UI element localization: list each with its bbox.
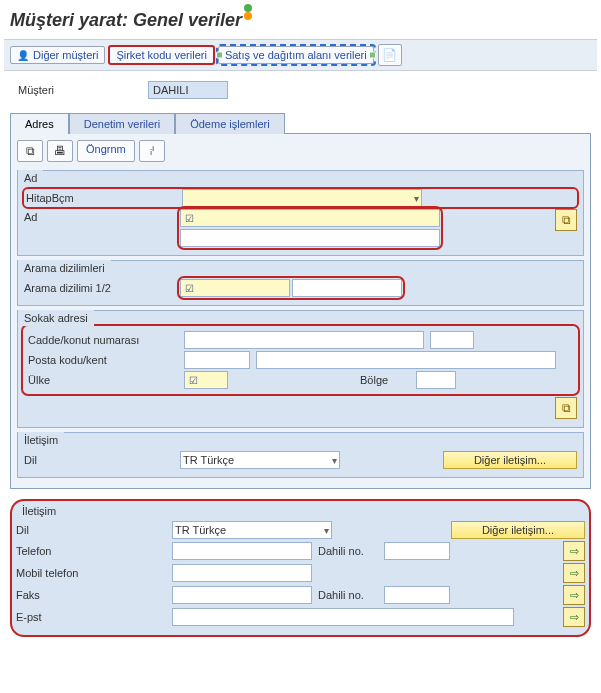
tab-control[interactable]: Denetim verileri — [69, 113, 175, 134]
page-title: Müşteri yarat: Genel veriler — [4, 4, 597, 39]
expand-icon: ⧉ — [26, 144, 35, 158]
more-rows-icon: ⧉ — [562, 401, 571, 415]
lang-row-1: Dil TR Türkçe ▾ Diğer iletişim... — [24, 451, 577, 469]
chevron-down-icon: ▾ — [328, 455, 337, 466]
mobile-row: Mobil telefon ⇨ — [16, 563, 585, 583]
salutation-select[interactable]: ▾ — [182, 189, 422, 207]
phone-input[interactable] — [172, 542, 312, 560]
sales-area-label: Satış ve dağıtım alanı verileri — [225, 49, 367, 61]
group-comm1-title: İletişim — [18, 432, 64, 448]
fax-label: Faks — [16, 589, 166, 601]
fax-arrow-button[interactable]: ⇨ — [563, 585, 585, 605]
mobile-label: Mobil telefon — [16, 567, 166, 579]
preview-button[interactable]: Öngrnm — [77, 140, 135, 162]
company-code-label: Şirket kodu verileri — [116, 49, 206, 61]
sub-toolbar: ⧉ 🖶 Öngrnm ᵢᴵ — [15, 138, 586, 166]
phone-ext-label: Dahili no. — [318, 545, 378, 557]
country-input[interactable]: ☑ — [184, 371, 228, 389]
group-street-title: Sokak adresi — [18, 310, 94, 326]
required-check-icon: ☑ — [185, 213, 194, 224]
search-term-2[interactable] — [292, 279, 402, 297]
company-code-button[interactable]: Şirket kodu verileri — [109, 46, 213, 64]
page-title-text: Müşteri yarat: Genel veriler — [10, 10, 242, 30]
customer-row: Müşteri — [4, 71, 597, 107]
name-row: Ad ☑ ⧉ — [24, 209, 577, 247]
person-icon: 👤 — [17, 50, 29, 61]
required-check-icon: ☑ — [185, 283, 194, 294]
other-customer-label: Diğer müşteri — [33, 49, 98, 61]
required-check-icon: ☑ — [189, 375, 198, 386]
search-term-1[interactable]: ☑ — [180, 279, 290, 297]
expand-icon-button[interactable]: ⧉ — [17, 140, 43, 162]
mobile-input[interactable] — [172, 564, 312, 582]
phone-ext-input[interactable] — [384, 542, 450, 560]
group-comm1: İletişim Dil TR Türkçe ▾ Diğer iletişim.… — [17, 432, 584, 478]
name-input-1[interactable]: ☑ — [180, 209, 440, 227]
print-icon-button[interactable]: 🖶 — [47, 140, 73, 162]
street-row: Cadde/konut numarası — [28, 331, 573, 349]
lang-value-1: TR Türkçe — [183, 454, 328, 466]
postal-label: Posta kodu/kent — [28, 354, 178, 366]
tab-address[interactable]: Adres — [10, 113, 69, 134]
mobile-arrow-button[interactable]: ⇨ — [563, 563, 585, 583]
print-icon: 🖶 — [54, 144, 66, 158]
arrow-right-icon: ⇨ — [570, 589, 579, 602]
lang-select-2[interactable]: TR Türkçe ▾ — [172, 521, 332, 539]
other-comm-button-2[interactable]: Diğer iletişim... — [451, 521, 585, 539]
group-comm2-title: İletişim — [16, 503, 585, 519]
fax-row: Faks Dahili no. ⇨ — [16, 585, 585, 605]
other-customer-button[interactable]: 👤 Diğer müşteri — [10, 46, 105, 64]
other-comm-button-1[interactable]: Diğer iletişim... — [443, 451, 577, 469]
internat-icon: ᵢᴵ — [150, 144, 154, 158]
arrow-right-icon: ⇨ — [570, 611, 579, 624]
lang-select-1[interactable]: TR Türkçe ▾ — [180, 451, 340, 469]
city-input[interactable] — [256, 351, 556, 369]
name-input-2[interactable] — [180, 229, 440, 247]
postal-input[interactable] — [184, 351, 250, 369]
group-name-title: Ad — [18, 170, 43, 186]
group-search: Arama dizilimleri Arama dizilimi 1/2 ☑ — [17, 260, 584, 306]
region-input[interactable] — [416, 371, 456, 389]
customer-input[interactable] — [148, 81, 228, 99]
street-input[interactable] — [184, 331, 424, 349]
group-name: Ad HitapBçm ▾ Ad ☑ — [17, 170, 584, 256]
salutation-row: HitapBçm ▾ — [24, 189, 577, 207]
fax-input[interactable] — [172, 586, 312, 604]
chevron-down-icon: ▾ — [410, 193, 419, 204]
main-toolbar: 👤 Diğer müşteri Şirket kodu verileri Sat… — [4, 39, 597, 71]
sales-area-button[interactable]: Satış ve dağıtım alanı verileri — [218, 46, 374, 64]
phone-arrow-button[interactable]: ⇨ — [563, 541, 585, 561]
lang-value-2: TR Türkçe — [175, 524, 320, 536]
house-no-input[interactable] — [430, 331, 474, 349]
title-anchor-icon — [244, 4, 252, 20]
region-label: Bölge — [360, 374, 410, 386]
country-label: Ülke — [28, 374, 178, 386]
search-label: Arama dizilimi 1/2 — [24, 282, 174, 294]
tab-payment[interactable]: Ödeme işlemleri — [175, 113, 284, 134]
phone-label: Telefon — [16, 545, 166, 557]
name-more-button[interactable]: ⧉ — [555, 209, 577, 231]
street-more-button[interactable]: ⧉ — [555, 397, 577, 419]
tab-panel-address: ⧉ 🖶 Öngrnm ᵢᴵ Ad HitapBçm ▾ Ad — [10, 133, 591, 489]
salutation-label: HitapBçm — [26, 192, 176, 204]
fax-ext-input[interactable] — [384, 586, 450, 604]
group-comm2: İletişim Dil TR Türkçe ▾ Diğer iletişim.… — [10, 499, 591, 637]
customer-label: Müşteri — [18, 84, 108, 96]
arrow-right-icon: ⇨ — [570, 545, 579, 558]
email-row: E-pst ⇨ — [16, 607, 585, 627]
name-label: Ad — [24, 209, 174, 223]
document-icon: 📄 — [382, 48, 397, 62]
email-label: E-pst — [16, 611, 166, 623]
chevron-down-icon: ▾ — [320, 525, 329, 536]
postal-row: Posta kodu/kent — [28, 351, 573, 369]
fax-ext-label: Dahili no. — [318, 589, 378, 601]
group-search-title: Arama dizilimleri — [18, 260, 111, 276]
internat-icon-button[interactable]: ᵢᴵ — [139, 140, 165, 162]
email-input[interactable] — [172, 608, 514, 626]
country-row: Ülke ☑ Bölge — [28, 371, 573, 389]
email-arrow-button[interactable]: ⇨ — [563, 607, 585, 627]
street-label: Cadde/konut numarası — [28, 334, 178, 346]
document-icon-button[interactable]: 📄 — [378, 44, 402, 66]
tabstrip: Adres Denetim verileri Ödeme işlemleri ⧉… — [10, 113, 591, 489]
more-rows-icon: ⧉ — [562, 213, 571, 227]
